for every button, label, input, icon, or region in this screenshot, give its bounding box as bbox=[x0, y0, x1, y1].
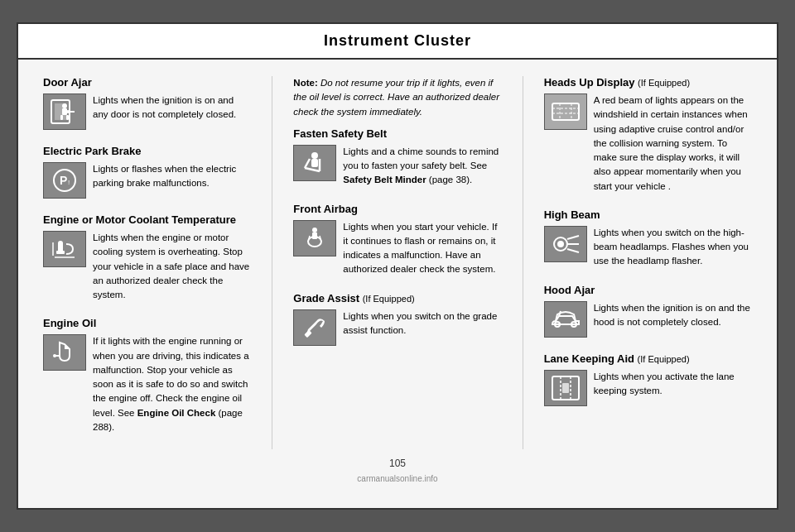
heads-up-display-text: A red beam of lights appears on the wind… bbox=[594, 93, 752, 194]
section-title-engine-oil: Engine Oil bbox=[43, 317, 251, 329]
section-engine-oil: Engine Oil If it lights with the engin bbox=[43, 317, 251, 434]
divider-2 bbox=[523, 76, 523, 449]
svg-line-21 bbox=[305, 168, 320, 171]
svg-text:P: P bbox=[60, 174, 67, 187]
section-lane-keeping-aid: Lane Keeping Aid (If Equipped) bbox=[544, 352, 752, 406]
section-grade-assist: Grade Assist (If Equipped) Lights when y… bbox=[293, 292, 501, 346]
svg-line-35 bbox=[567, 236, 579, 239]
section-title-hood-ajar: Hood Ajar bbox=[544, 284, 752, 296]
fasten-safety-belt-icon bbox=[293, 145, 336, 181]
svg-rect-7 bbox=[66, 115, 69, 120]
grade-assist-icon bbox=[293, 309, 336, 346]
section-title-lane-keeping-aid: Lane Keeping Aid (If Equipped) bbox=[544, 352, 752, 365]
section-title-door-ajar: Door Ajar bbox=[43, 76, 251, 89]
lane-keeping-aid-icon bbox=[544, 370, 587, 406]
svg-point-17 bbox=[311, 152, 318, 159]
section-high-beam: High Beam Lights wh bbox=[544, 208, 752, 269]
section-body-high-beam: Lights when you switch on the high-beam … bbox=[544, 226, 752, 269]
page-title: Instrument Cluster bbox=[18, 24, 777, 60]
section-door-ajar: Door Ajar bbox=[43, 76, 251, 130]
svg-point-16 bbox=[53, 354, 56, 357]
front-airbag-icon bbox=[293, 220, 336, 256]
door-ajar-icon bbox=[43, 93, 86, 130]
section-body-electric-park-brake: P ! Lights or flashes when the electric … bbox=[43, 162, 251, 199]
divider-1 bbox=[272, 76, 272, 449]
svg-rect-43 bbox=[562, 383, 569, 393]
lane-keeping-aid-text: Lights when you activate the lane keepin… bbox=[594, 370, 752, 399]
section-body-heads-up-display: A red beam of lights appears on the wind… bbox=[544, 93, 752, 194]
section-fasten-safety-belt: Fasten Safety Belt bbox=[293, 127, 501, 188]
fasten-safety-belt-text: Lights and a chime sounds to remind you … bbox=[343, 145, 501, 188]
svg-rect-5 bbox=[62, 108, 67, 115]
svg-line-19 bbox=[305, 159, 310, 168]
section-heads-up-display: Heads Up Display (If Equipped) bbox=[544, 76, 752, 194]
section-electric-park-brake: Electric Park Brake P ! Lights or flashe… bbox=[43, 145, 251, 199]
section-body-lane-keeping-aid: Lights when you activate the lane keepin… bbox=[544, 370, 752, 406]
section-title-electric-park-brake: Electric Park Brake bbox=[43, 145, 251, 157]
section-title-fasten-safety-belt: Fasten Safety Belt bbox=[293, 127, 501, 140]
section-title-engine-coolant: Engine or Motor Coolant Temperature bbox=[43, 213, 251, 226]
section-body-fasten-safety-belt: Lights and a chime sounds to remind you … bbox=[293, 145, 501, 188]
svg-rect-28 bbox=[552, 103, 579, 120]
svg-line-25 bbox=[308, 236, 310, 242]
front-airbag-text: Lights when you start your vehicle. If i… bbox=[343, 220, 501, 277]
high-beam-text: Lights when you switch on the high-beam … bbox=[594, 226, 752, 269]
section-hood-ajar: Hood Ajar Lights wh bbox=[544, 284, 752, 338]
section-title-high-beam: High Beam bbox=[544, 208, 752, 221]
column-1: Door Ajar bbox=[43, 76, 251, 449]
svg-rect-27 bbox=[305, 329, 312, 337]
note-label: Note: bbox=[293, 78, 317, 88]
section-body-front-airbag: Lights when you start your vehicle. If i… bbox=[293, 220, 501, 277]
grade-assist-text: Lights when you switch on the grade assi… bbox=[343, 309, 501, 338]
electric-park-brake-icon: P ! bbox=[43, 162, 86, 199]
section-body-engine-coolant: Lights when the engine or motor cooling … bbox=[43, 231, 251, 302]
hood-ajar-text: Lights when the ignition is on and the h… bbox=[594, 301, 752, 330]
high-beam-icon bbox=[544, 226, 587, 262]
door-ajar-text: Lights when the ignition is on and any d… bbox=[93, 93, 251, 122]
svg-point-4 bbox=[62, 103, 67, 108]
electric-park-brake-text: Lights or flashes when the electric park… bbox=[93, 162, 251, 191]
page-container: Instrument Cluster Door Ajar bbox=[17, 22, 778, 510]
column-2: Note: Do not resume your trip if it ligh… bbox=[293, 76, 501, 449]
note-section: Note: Do not resume your trip if it ligh… bbox=[293, 76, 501, 119]
svg-point-34 bbox=[557, 241, 564, 247]
svg-line-37 bbox=[567, 249, 579, 252]
section-title-grade-assist: Grade Assist (If Equipped) bbox=[293, 292, 501, 304]
note-text: Do not resume your trip if it lights, ev… bbox=[293, 78, 499, 117]
section-body-engine-oil: If it lights with the engine running or … bbox=[43, 334, 251, 434]
column-3: Heads Up Display (If Equipped) bbox=[544, 76, 752, 449]
section-body-hood-ajar: Lights when the ignition is on and the h… bbox=[544, 301, 752, 338]
page-content: Door Ajar bbox=[18, 60, 777, 508]
engine-coolant-text: Lights when the engine or motor cooling … bbox=[93, 231, 251, 302]
section-title-heads-up-display: Heads Up Display (If Equipped) bbox=[544, 76, 752, 89]
svg-line-26 bbox=[320, 236, 321, 242]
svg-text:!: ! bbox=[68, 179, 70, 186]
section-title-front-airbag: Front Airbag bbox=[293, 203, 501, 215]
section-body-grade-assist: Lights when you switch on the grade assi… bbox=[293, 309, 501, 346]
svg-rect-6 bbox=[60, 115, 63, 120]
page-number: 105 bbox=[43, 458, 752, 469]
section-engine-coolant: Engine or Motor Coolant Temperature bbox=[43, 213, 251, 302]
svg-rect-12 bbox=[56, 251, 65, 254]
svg-point-22 bbox=[312, 228, 317, 232]
section-front-airbag: Front Airbag Lights bbox=[293, 203, 501, 277]
content-columns: Door Ajar bbox=[43, 76, 752, 449]
engine-coolant-icon bbox=[43, 231, 86, 267]
svg-rect-18 bbox=[311, 159, 318, 167]
heads-up-display-icon bbox=[544, 93, 587, 130]
engine-oil-text: If it lights with the engine running or … bbox=[93, 334, 251, 434]
section-body-door-ajar: Lights when the ignition is on and any d… bbox=[43, 93, 251, 130]
hood-ajar-icon bbox=[544, 301, 587, 338]
engine-oil-icon bbox=[43, 334, 86, 371]
watermark: carmanualsonline.info bbox=[43, 474, 752, 483]
